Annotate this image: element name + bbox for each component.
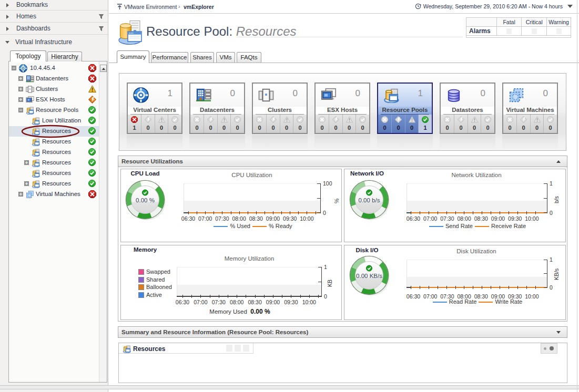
svg-text:0.00 b/s: 0.00 b/s: [359, 197, 380, 203]
svg-text:0.00 KB/s: 0.00 KB/s: [356, 273, 382, 279]
svg-text:0.00 %: 0.00 %: [136, 197, 155, 203]
